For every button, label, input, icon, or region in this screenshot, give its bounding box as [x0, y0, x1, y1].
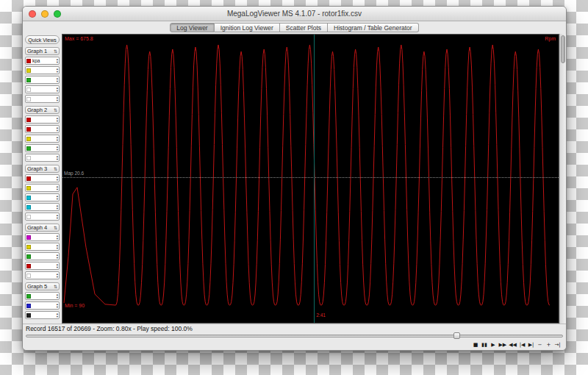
channel-selector[interactable]: ▴▾ — [25, 85, 60, 93]
selector-arrows-icon[interactable]: ▴▾ — [57, 214, 58, 219]
channel-selector[interactable]: ▴▾ — [25, 292, 60, 300]
channel-selector[interactable]: ▴▾ — [25, 144, 60, 152]
selector-arrows-icon[interactable]: ▴▾ — [57, 176, 58, 181]
plot-cursor-label: 2:41 — [316, 312, 326, 318]
graph-label-graph-2[interactable]: Graph 2⇅ — [25, 106, 60, 114]
graph-label-graph-5[interactable]: Graph 5⇅ — [25, 282, 60, 290]
channel-selector[interactable]: ▴▾ — [25, 174, 60, 182]
sidebar: Quick Views Graph 1⇅kpa▴▾▴▾▴▾▴▾▴▾Graph 2… — [23, 34, 62, 324]
selector-arrows-icon[interactable]: ▴▾ — [57, 185, 58, 190]
main-area: Quick Views Graph 1⇅kpa▴▾▴▾▴▾▴▾▴▾Graph 2… — [23, 34, 566, 324]
tab-bar: Log ViewerIgnition Log ViewerScatter Plo… — [23, 21, 566, 34]
graph-stepper-icon[interactable]: ⇅ — [54, 107, 57, 113]
channel-selector[interactable]: ▴▾ — [25, 262, 60, 270]
channel-selector[interactable]: ▴▾ — [25, 184, 60, 192]
window-controls — [29, 10, 61, 18]
channel-selector[interactable]: ▴▾ — [25, 125, 60, 133]
channel-color-swatch — [26, 156, 31, 160]
channel-color-swatch — [26, 235, 31, 240]
channel-selector[interactable]: ▴▾ — [25, 203, 60, 211]
selector-arrows-icon[interactable]: ▴▾ — [57, 155, 58, 160]
rpm-trace — [64, 45, 550, 305]
minimize-button[interactable] — [41, 10, 49, 18]
transport-bar: ■▮▮▶▶▶◀◀|◀▶|−+→| — [23, 340, 566, 350]
channel-selector[interactable]: ▴▾ — [25, 193, 60, 201]
selector-arrows-icon[interactable]: ▴▾ — [57, 204, 58, 210]
vertical-scrollbar-thumb[interactable] — [561, 35, 565, 63]
graph-stepper-icon[interactable]: ⇅ — [54, 284, 57, 289]
channel-selector[interactable]: ▴▾ — [25, 301, 60, 310]
selector-arrows-icon[interactable]: ▴▾ — [57, 263, 58, 268]
channel-selector[interactable]: ▴▾ — [25, 213, 60, 221]
graph-stepper-icon[interactable]: ⇅ — [54, 49, 57, 54]
timeline-slider-track[interactable] — [26, 335, 563, 338]
timeline-slider-thumb[interactable] — [453, 332, 460, 339]
series-name-label: Rpm — [545, 36, 556, 41]
selector-arrows-icon[interactable]: ▴▾ — [57, 303, 58, 308]
graph-stepper-icon[interactable]: ⇅ — [54, 166, 57, 171]
selector-arrows-icon[interactable]: ▴▾ — [57, 244, 58, 249]
channel-selector[interactable]: ▴▾ — [25, 115, 60, 124]
stop-button[interactable]: ■ — [472, 341, 478, 349]
play-button[interactable]: ▶ — [490, 341, 496, 349]
graph-label-text: Graph 3 — [27, 165, 47, 172]
speed-up-button[interactable]: + — [545, 341, 552, 349]
skip-to-start-button[interactable]: |◀ — [519, 341, 526, 349]
selector-arrows-icon[interactable]: ▴▾ — [57, 117, 58, 122]
selector-arrows-icon[interactable]: ▴▾ — [57, 126, 58, 132]
skip-to-end-button[interactable]: ▶| — [528, 341, 534, 349]
plot-cursor-line[interactable] — [314, 35, 315, 323]
channel-selector[interactable]: ▴▾ — [25, 271, 60, 279]
selector-arrows-icon[interactable]: ▴▾ — [57, 136, 58, 141]
selector-arrows-icon[interactable]: ▴▾ — [57, 87, 58, 92]
plot-area[interactable]: Max = 675.8 Rpm Min = 90 Map 20.6 2:41 — [62, 34, 559, 324]
tab-scatter-plots[interactable]: Scatter Plots — [280, 23, 328, 32]
tab-ignition-log-viewer[interactable]: Ignition Log Viewer — [215, 23, 280, 32]
channel-selector[interactable]: ▴▾ — [25, 311, 60, 319]
selector-arrows-icon[interactable]: ▴▾ — [57, 77, 58, 82]
min-value-label: Min = 90 — [65, 303, 85, 308]
graph-stepper-icon[interactable]: ⇅ — [54, 225, 57, 230]
selector-arrows-icon[interactable]: ▴▾ — [57, 146, 58, 151]
zoom-button[interactable] — [54, 10, 61, 18]
graph-section: Graph 4⇅▴▾▴▾▴▾▴▾▴▾ — [25, 224, 60, 279]
channel-color-swatch — [26, 304, 31, 308]
close-button[interactable] — [29, 10, 36, 18]
channel-selector[interactable]: ▴▾ — [25, 154, 60, 162]
tab-log-viewer[interactable]: Log Viewer — [170, 23, 214, 32]
selector-arrows-icon[interactable]: ▴▾ — [57, 293, 58, 299]
selector-arrows-icon[interactable]: ▴▾ — [57, 68, 58, 73]
channel-selector[interactable]: ▴▾ — [25, 233, 60, 241]
graph-label-graph-3[interactable]: Graph 3⇅ — [25, 165, 60, 173]
selector-arrows-icon[interactable]: ▴▾ — [57, 96, 58, 101]
channel-selector[interactable]: ▴▾ — [25, 252, 60, 260]
timeline-slider[interactable] — [23, 332, 566, 340]
fast-forward-button[interactable]: ▶▶ — [498, 341, 506, 349]
title-bar[interactable]: MegaLogViewer MS 4.1.07 - rotor1fix.csv — [23, 7, 566, 21]
channel-selector[interactable]: kpa▴▾ — [25, 57, 60, 65]
channel-selector[interactable]: ▴▾ — [25, 135, 60, 143]
selector-arrows-icon[interactable]: ▴▾ — [57, 235, 58, 240]
selector-arrows-icon[interactable]: ▴▾ — [57, 254, 58, 259]
selector-arrows-icon[interactable]: ▴▾ — [57, 195, 58, 200]
speed-down-button[interactable]: − — [537, 341, 543, 349]
quick-views-button[interactable]: Quick Views — [25, 35, 60, 44]
channel-selector[interactable]: ▴▾ — [25, 76, 60, 84]
channel-selector[interactable]: ▴▾ — [25, 95, 60, 103]
vertical-scrollbar[interactable] — [559, 34, 566, 324]
selector-arrows-icon[interactable]: ▴▾ — [57, 58, 58, 63]
selector-arrows-icon[interactable]: ▴▾ — [57, 273, 58, 278]
step-forward-button[interactable]: →| — [554, 341, 561, 349]
selector-arrows-icon[interactable]: ▴▾ — [57, 312, 58, 318]
channel-selector[interactable]: ▴▾ — [25, 243, 60, 251]
graph-label-graph-1[interactable]: Graph 1⇅ — [25, 47, 60, 55]
channel-selector[interactable]: ▴▾ — [25, 66, 60, 74]
rewind-button[interactable]: ◀◀ — [509, 341, 517, 349]
channel-color-swatch — [26, 78, 31, 82]
graph-label-graph-4[interactable]: Graph 4⇅ — [25, 224, 60, 232]
channel-color-swatch — [26, 176, 31, 181]
pause-button[interactable]: ▮▮ — [481, 341, 487, 349]
graph-section: Graph 2⇅▴▾▴▾▴▾▴▾▴▾ — [25, 106, 60, 162]
channel-color-swatch — [26, 146, 31, 151]
tab-histogram-table-generator[interactable]: Histogram / Table Generator — [328, 23, 419, 32]
